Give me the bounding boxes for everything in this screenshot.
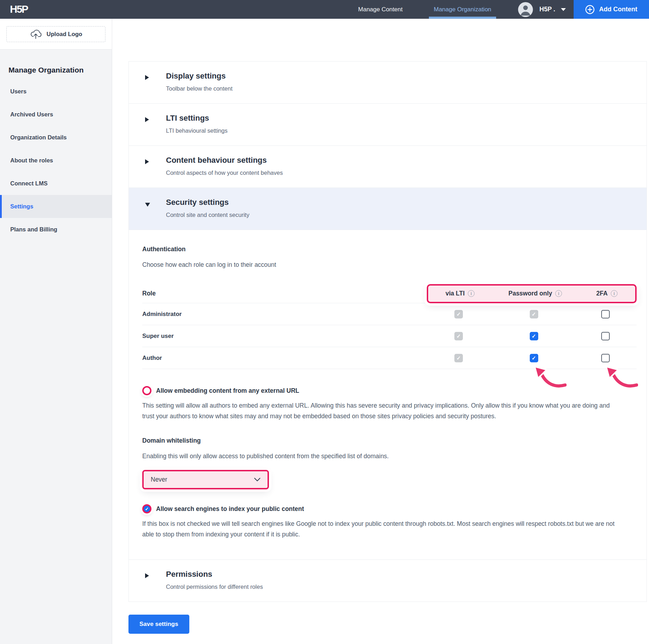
twofa-column-header: 2FA i <box>579 290 635 297</box>
twofa-label: 2FA <box>596 290 608 297</box>
chevron-right-icon <box>145 117 149 122</box>
person-icon <box>518 2 533 17</box>
domain-whitelisting-block: Domain whitelisting Enabling this will o… <box>142 437 637 489</box>
twofa-checkbox[interactable] <box>601 332 610 340</box>
checkbox-cells <box>427 332 637 340</box>
sidebar-header: Upload Logo <box>0 19 112 50</box>
info-icon[interactable]: i <box>468 290 475 297</box>
accordion-subtitle: Control site and content security <box>166 212 647 218</box>
embed-external-url-label: Allow embedding content from any externa… <box>156 387 299 395</box>
accordion-permissions[interactable]: Permissions Control permissions for diff… <box>129 560 647 602</box>
search-index-checkbox[interactable] <box>142 504 151 513</box>
security-settings-panel: Authentication Choose how each role can … <box>129 230 647 560</box>
accordion-content-behaviour-settings[interactable]: Content behaviour settings Control aspec… <box>129 146 647 188</box>
h5p-logo: H5P <box>0 0 28 19</box>
sidebar-item-plans-and-billing[interactable]: Plans and Billing <box>0 218 112 241</box>
sidebar-item-archived-users[interactable]: Archived Users <box>0 103 112 126</box>
chevron-down-icon[interactable] <box>561 8 566 11</box>
domain-whitelisting-description: Enabling this will only allow access to … <box>142 451 616 461</box>
table-row-author: Author <box>142 347 637 369</box>
nav-tab-manage-organization[interactable]: Manage Organization <box>427 0 499 19</box>
via-lti-label: via LTI <box>446 290 465 297</box>
save-settings-button[interactable]: Save settings <box>128 615 189 634</box>
embed-external-url-checkbox[interactable] <box>142 386 151 395</box>
role-name: Author <box>142 355 427 362</box>
nav-spacer <box>28 0 351 19</box>
accordion-title: LTI settings <box>166 114 647 123</box>
sidebar-item-users[interactable]: Users <box>0 80 112 103</box>
sidebar-item-settings[interactable]: Settings <box>0 195 112 218</box>
accordion-lti-settings[interactable]: LTI settings LTI behavioural settings <box>129 104 647 146</box>
via-lti-checkbox <box>454 354 463 362</box>
nav-tab-manage-content[interactable]: Manage Content <box>351 0 410 19</box>
password-only-label: Password only <box>509 290 552 297</box>
accordion-title: Permissions <box>166 570 647 579</box>
upload-logo-button[interactable]: Upload Logo <box>6 26 105 42</box>
chevron-right-icon <box>145 159 149 164</box>
domain-whitelisting-select[interactable]: Never <box>142 470 269 489</box>
authentication-table: Role via LTI i Password only i 2 <box>142 284 637 369</box>
highlighted-column-headers: via LTI i Password only i 2FA i <box>427 284 637 303</box>
accordion-subtitle: LTI behavioural settings <box>166 127 647 134</box>
checkbox-cells <box>427 310 637 318</box>
role-column-header: Role <box>142 290 427 297</box>
embed-external-url-setting: Allow embedding content from any externa… <box>142 386 637 395</box>
chevron-right-icon <box>145 75 149 80</box>
chevron-down-icon <box>254 478 260 482</box>
info-icon[interactable]: i <box>555 290 562 297</box>
info-icon[interactable]: i <box>611 290 618 297</box>
table-row-super-user: Super user <box>142 325 637 347</box>
chevron-right-icon <box>145 573 149 578</box>
search-index-label: Allow search engines to index your publi… <box>156 505 304 513</box>
add-content-button[interactable]: Add Content <box>574 0 649 19</box>
password-only-checkbox <box>530 310 538 318</box>
domain-whitelisting-heading: Domain whitelisting <box>142 437 637 444</box>
sidebar-heading: Manage Organization <box>0 50 112 74</box>
sidebar-item-about-the-roles[interactable]: About the roles <box>0 149 112 172</box>
user-avatar[interactable] <box>518 2 533 17</box>
twofa-checkbox[interactable] <box>601 310 610 318</box>
password-only-checkbox[interactable] <box>530 332 538 340</box>
table-row-administrator: Administrator <box>142 303 637 325</box>
accordion-security-settings[interactable]: Security settings Control site and conte… <box>129 188 647 230</box>
authentication-heading: Authentication <box>142 246 637 253</box>
via-lti-checkbox <box>454 310 463 318</box>
sidebar-item-organization-details[interactable]: Organization Details <box>0 126 112 149</box>
accordion-subtitle: Control aspects of how your content beha… <box>166 169 647 176</box>
accordion-title: Display settings <box>166 71 647 81</box>
add-content-label: Add Content <box>599 6 637 13</box>
cloud-upload-icon <box>30 29 42 39</box>
password-only-column-header: Password only i <box>492 290 579 297</box>
search-index-setting: Allow search engines to index your publi… <box>142 504 637 513</box>
authentication-description: Choose how each role can log in to their… <box>142 259 616 270</box>
twofa-checkbox[interactable] <box>601 354 610 362</box>
top-navigation-bar: H5P Manage Content Manage Organization H… <box>0 0 649 19</box>
checkbox-cells <box>427 354 637 362</box>
authentication-table-header: Role via LTI i Password only i 2 <box>142 284 637 303</box>
selected-option: Never <box>151 476 167 483</box>
password-only-checkbox[interactable] <box>530 354 538 362</box>
upload-logo-label: Upload Logo <box>47 31 82 38</box>
via-lti-column-header: via LTI i <box>428 290 492 297</box>
search-index-description: If this box is not checked we will tell … <box>142 518 616 540</box>
embed-external-url-description: This setting will allow all authors to e… <box>142 400 616 421</box>
accordion-subtitle: Toolbar below the content <box>166 85 647 92</box>
main-content: Display settings Toolbar below the conte… <box>112 19 649 644</box>
sidebar-item-connect-lms[interactable]: Connect LMS <box>0 172 112 195</box>
account-name[interactable]: H5P . <box>539 0 555 19</box>
plus-circle-icon <box>585 5 595 14</box>
accordion-title: Content behaviour settings <box>166 156 647 165</box>
accordion-display-settings[interactable]: Display settings Toolbar below the conte… <box>129 62 647 104</box>
role-name: Super user <box>142 333 427 340</box>
chevron-down-icon <box>145 203 150 207</box>
accordion-title: Security settings <box>166 198 647 207</box>
role-name: Administrator <box>142 311 427 318</box>
accordion-subtitle: Control permissions for different roles <box>166 583 647 590</box>
sidebar-nav: Users Archived Users Organization Detail… <box>0 80 112 241</box>
sidebar: Upload Logo Manage Organization Users Ar… <box>0 19 112 644</box>
settings-accordion-card: Display settings Toolbar below the conte… <box>128 61 647 602</box>
via-lti-checkbox <box>454 332 463 340</box>
